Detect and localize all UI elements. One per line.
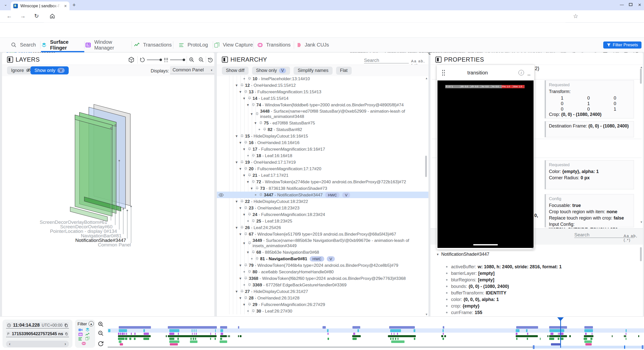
tree-node-12[interactable]: ▼12 - OneHanded:15:15#12 xyxy=(217,82,428,89)
pin-icon[interactable] xyxy=(263,128,266,131)
pin-icon[interactable] xyxy=(244,141,247,144)
pin-icon[interactable] xyxy=(248,270,251,274)
expand-arrow-icon[interactable]: ▼ xyxy=(246,180,250,184)
pin-icon[interactable] xyxy=(240,200,244,203)
tree-node-13[interactable]: ▼13 - FullscreenMagnification:15:15#13 xyxy=(217,89,428,95)
trace-segment-window-manager[interactable] xyxy=(221,333,223,335)
detail-scrollbar-thumb[interactable] xyxy=(640,247,642,261)
pin-icon[interactable] xyxy=(244,277,247,280)
trace-segment-transactions[interactable] xyxy=(168,326,217,329)
copy-icon[interactable] xyxy=(64,323,68,328)
trace-segment-wm-transitions[interactable] xyxy=(215,338,216,340)
expand-arrow-icon[interactable]: ▼ xyxy=(239,90,242,94)
pin-icon[interactable] xyxy=(256,257,259,260)
tab-transactions[interactable]: Transactions xyxy=(132,38,173,52)
pin-icon[interactable] xyxy=(240,290,244,293)
trace-segment-surface-flinger[interactable] xyxy=(526,329,528,332)
tab-close-icon[interactable]: ✕ xyxy=(64,4,67,8)
pin-icon[interactable] xyxy=(259,193,262,197)
pin-icon[interactable] xyxy=(240,83,244,87)
trace-segment-wm-transitions[interactable] xyxy=(390,338,391,340)
expand-arrow-icon[interactable]: ▼ xyxy=(235,160,238,164)
trace-segment-window-manager[interactable] xyxy=(126,333,127,335)
trace-segment-surface-flinger[interactable] xyxy=(196,329,196,332)
layers-3d-canvas[interactable] xyxy=(2,53,214,319)
tree-node-82[interactable]: 82 - StatusBar#82 xyxy=(217,126,428,133)
timeline-marker-line[interactable] xyxy=(560,320,561,348)
scrollbar-up-arrow[interactable]: ▲ xyxy=(425,77,428,80)
tree-node-3369[interactable]: 3369 - 67726bf EdgeBackGestureHandler0#3… xyxy=(217,282,428,288)
pin-icon[interactable] xyxy=(248,173,251,177)
trace-segment-surface-flinger[interactable] xyxy=(194,329,194,332)
hierarchy-scrollbar-thumb[interactable] xyxy=(425,156,427,177)
trace-segment-protolog[interactable] xyxy=(638,335,639,337)
pin-icon[interactable] xyxy=(244,264,247,267)
tree-node-74[interactable]: ▼74 - WindowToken{fdddbe6 type=2000 andr… xyxy=(217,102,428,108)
pin-icon[interactable] xyxy=(259,121,262,125)
tree-node-29[interactable]: ▼29 - FullscreenMagnification:26:27#29 xyxy=(217,301,428,308)
pin-icon[interactable] xyxy=(248,97,251,100)
prev-frame-button[interactable]: ‹ xyxy=(9,342,10,346)
trace-segment-wm-transitions[interactable] xyxy=(590,338,592,340)
trace-segment-window-manager[interactable] xyxy=(118,333,119,335)
trace-segment-surface-flinger[interactable] xyxy=(192,329,192,332)
trace-segment-wm-transitions[interactable] xyxy=(220,338,222,340)
trace-segment-window-manager[interactable] xyxy=(397,333,398,335)
window-minimize-button[interactable]: — xyxy=(620,3,624,7)
trace-segment-wm-transitions[interactable] xyxy=(143,338,149,340)
trace-segment-wm-transitions[interactable] xyxy=(210,338,211,340)
pin-icon[interactable] xyxy=(244,296,247,300)
trace-segment-window-manager[interactable] xyxy=(194,333,195,335)
protolog-filter-icon[interactable] xyxy=(78,337,83,341)
expand-arrow-icon[interactable]: ▼ xyxy=(239,141,242,145)
expand-arrow-icon[interactable]: ▼ xyxy=(239,206,242,210)
trace-segment-wm-transitions[interactable] xyxy=(558,338,559,340)
screen-recording-filter-icon[interactable] xyxy=(78,328,83,332)
view-capture-filter-icon[interactable] xyxy=(86,337,90,340)
tree-node-3447[interactable]: 3447 - NotificationShade#3447HWCV xyxy=(217,192,428,198)
forward-button[interactable]: → xyxy=(20,13,26,19)
property-row[interactable]: barrierLayer:[empty] xyxy=(446,270,495,277)
trace-segment-surface-flinger[interactable] xyxy=(327,329,329,332)
expand-arrow-icon[interactable]: ▼ xyxy=(239,296,242,300)
pin-icon[interactable] xyxy=(252,250,255,254)
trace-segment-view-capture[interactable] xyxy=(190,340,197,343)
trace-segment-protolog[interactable] xyxy=(444,335,446,337)
trace-segment-wm-transitions[interactable] xyxy=(584,338,587,340)
tree-node-79[interactable]: ▼79 - WindowToken{7046b4a type=2024 andr… xyxy=(217,262,428,269)
trace-segment-surface-flinger[interactable] xyxy=(220,329,223,332)
tree-node-67[interactable]: ▼67 - WindowToken{e5176f9 type=2019 andr… xyxy=(217,231,428,237)
expand-arrow-icon[interactable]: ▼ xyxy=(254,121,257,125)
pin-icon[interactable] xyxy=(252,219,255,223)
trace-segment-transactions[interactable] xyxy=(443,326,444,329)
trace-segment-protolog[interactable] xyxy=(516,335,538,337)
trace-segment-surface-flinger[interactable] xyxy=(414,329,415,332)
tree-node-25[interactable]: 25 - Leaf:18:23#25 xyxy=(217,218,428,224)
layer-label[interactable]: Common Panel xyxy=(2,242,131,248)
pin-icon[interactable] xyxy=(244,167,247,170)
property-row[interactable]: color:(0, 0, 0), alpha: 1 xyxy=(446,296,499,303)
tree-node-81[interactable]: 81 - NavigationBar0#81HWCV xyxy=(217,255,428,262)
visibility-eye-icon[interactable] xyxy=(219,193,224,197)
copy-icon[interactable] xyxy=(65,332,68,336)
back-button[interactable]: ← xyxy=(7,13,12,19)
trace-segment-wm-transitions[interactable] xyxy=(516,338,517,340)
trace-segment-wm-transitions[interactable] xyxy=(392,338,394,340)
expand-arrow-icon[interactable]: ▼ xyxy=(235,200,238,203)
property-row[interactable]: crop:{empty} xyxy=(446,303,479,309)
property-row[interactable]: bounds:(0, 0) - (1080, 2400) xyxy=(446,283,509,290)
transition-overlay-card[interactable]: transition i _ P: 0 / 1dX: 0.0dY: 0.0Xv:… xyxy=(437,65,534,249)
expand-arrow-icon[interactable]: ▼ xyxy=(239,167,242,171)
trace-segment-protolog[interactable] xyxy=(612,335,613,337)
tree-node-73[interactable]: ▼73 - 8736138 NotificationShade#73 xyxy=(217,185,428,192)
trace-segment-protolog[interactable] xyxy=(229,335,230,337)
trace-segment-window-manager[interactable] xyxy=(550,333,553,335)
tree-node-18[interactable]: 18 - Leaf:16:16#18 xyxy=(217,152,428,159)
tree-node-3368[interactable]: ▼3368 - WindowToken{f6b2f60 type=2024 an… xyxy=(217,275,428,282)
trace-segment-protolog[interactable] xyxy=(352,335,361,337)
scrollbar-up-arrow[interactable]: ▲ xyxy=(640,66,643,69)
trace-segment-window-manager[interactable] xyxy=(391,333,392,335)
pin-icon[interactable] xyxy=(252,309,255,313)
tree-node-3449[interactable]: ▼3449 - Surface(name=885b63e NavigationB… xyxy=(217,237,428,249)
tree-node-72[interactable]: ▼72 - WindowToken{a2746de type=2040 andr… xyxy=(217,179,428,185)
